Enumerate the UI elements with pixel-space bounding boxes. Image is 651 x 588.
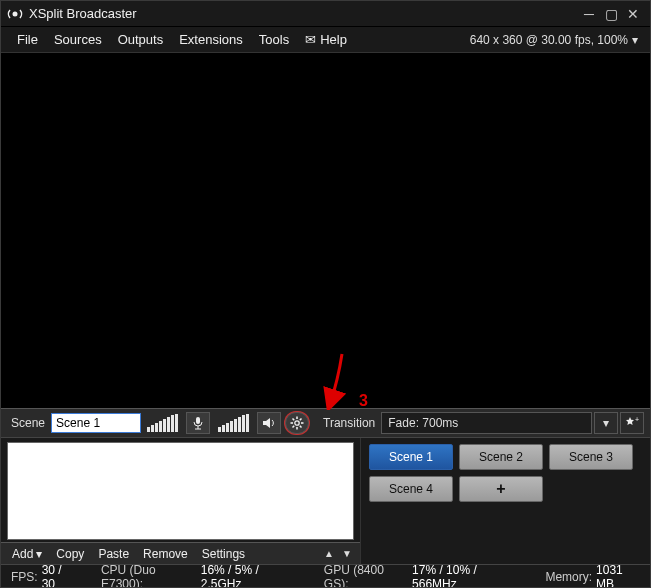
fps-label: FPS: xyxy=(11,570,38,584)
scene-label: Scene xyxy=(1,416,51,430)
mem-value: 1031 MB xyxy=(596,563,640,589)
scene-name-input[interactable] xyxy=(51,413,141,433)
scene-button-1[interactable]: Scene 1 xyxy=(369,444,453,470)
mail-icon: ✉ xyxy=(305,32,316,47)
chevron-down-icon: ▾ xyxy=(632,33,638,47)
menu-sources[interactable]: Sources xyxy=(46,28,110,51)
svg-line-12 xyxy=(293,426,295,428)
svg-line-10 xyxy=(300,426,302,428)
app-logo-icon xyxy=(7,6,23,22)
scene-button-3[interactable]: Scene 3 xyxy=(549,444,633,470)
add-scene-button[interactable]: + xyxy=(459,476,543,502)
menu-bar: File Sources Outputs Extensions Tools ✉ … xyxy=(1,27,650,53)
gpu-label: GPU (8400 GS): xyxy=(324,563,408,589)
speaker-toggle-button[interactable] xyxy=(257,412,281,434)
title-bar: XSplit Broadcaster ─ ▢ ✕ xyxy=(1,1,650,27)
svg-rect-1 xyxy=(196,417,200,424)
preview-area[interactable]: 3 xyxy=(1,53,650,408)
cpu-label: CPU (Duo E7300): xyxy=(101,563,197,589)
close-button[interactable]: ✕ xyxy=(622,6,644,22)
transition-value: Fade: 700ms xyxy=(388,416,458,430)
scene-button-2[interactable]: Scene 2 xyxy=(459,444,543,470)
mic-toggle-button[interactable] xyxy=(186,412,210,434)
source-settings-button[interactable]: Settings xyxy=(195,545,252,563)
chevron-down-icon: ▾ xyxy=(603,416,609,430)
menu-extensions[interactable]: Extensions xyxy=(171,28,251,51)
menu-file[interactable]: File xyxy=(9,28,46,51)
gear-icon xyxy=(290,416,304,430)
transition-label: Transition xyxy=(311,416,381,430)
add-source-button[interactable]: Add▾ xyxy=(5,545,49,563)
menu-help[interactable]: ✉ Help xyxy=(297,28,355,51)
controls-bar: Scene Transition Fade: 700ms ▾ + xyxy=(1,408,650,438)
window-title: XSplit Broadcaster xyxy=(29,6,578,21)
transition-select[interactable]: Fade: 700ms xyxy=(381,412,592,434)
scenes-pane: Scene 1 Scene 2 Scene 3 Scene 4 + xyxy=(361,438,650,564)
scene-button-4[interactable]: Scene 4 xyxy=(369,476,453,502)
svg-point-0 xyxy=(13,11,18,16)
chevron-down-icon: ▾ xyxy=(36,547,42,561)
svg-line-11 xyxy=(300,419,302,421)
speaker-icon xyxy=(262,417,276,429)
status-cpu: CPU (Duo E7300): 16% / 5% / 2.5GHz xyxy=(101,563,298,589)
mic-volume-meter[interactable] xyxy=(147,414,178,432)
sources-toolbar: Add▾ Copy Paste Remove Settings ▲ ▼ xyxy=(1,542,360,564)
svg-text:+: + xyxy=(635,417,639,423)
maximize-button[interactable]: ▢ xyxy=(600,6,622,22)
annotation-arrow-icon xyxy=(314,350,354,410)
add-label: Add xyxy=(12,547,33,561)
sources-pane: Add▾ Copy Paste Remove Settings ▲ ▼ xyxy=(1,438,361,564)
status-fps: FPS: 30 / 30 xyxy=(11,563,76,589)
move-up-button[interactable]: ▲ xyxy=(320,548,338,559)
copy-source-button[interactable]: Copy xyxy=(49,545,91,563)
star-plus-icon: + xyxy=(625,417,639,429)
status-gpu: GPU (8400 GS): 17% / 10% / 566MHz xyxy=(324,563,520,589)
mic-icon xyxy=(192,416,204,430)
minimize-button[interactable]: ─ xyxy=(578,6,600,22)
audio-settings-button[interactable] xyxy=(285,412,309,434)
sources-list[interactable] xyxy=(7,442,354,540)
transition-dropdown-button[interactable]: ▾ xyxy=(594,412,618,434)
fps-value: 30 / 30 xyxy=(42,563,76,589)
svg-line-9 xyxy=(293,419,295,421)
menu-tools[interactable]: Tools xyxy=(251,28,297,51)
move-down-button[interactable]: ▼ xyxy=(338,548,356,559)
gpu-value: 17% / 10% / 566MHz xyxy=(412,563,520,589)
status-bar: FPS: 30 / 30 CPU (Duo E7300): 16% / 5% /… xyxy=(1,564,650,588)
annotation-step-label: 3 xyxy=(359,392,368,410)
paste-source-button[interactable]: Paste xyxy=(91,545,136,563)
remove-source-button[interactable]: Remove xyxy=(136,545,195,563)
svg-point-4 xyxy=(295,421,299,425)
speaker-volume-meter[interactable] xyxy=(218,414,249,432)
menu-help-label: Help xyxy=(320,32,347,47)
menu-outputs[interactable]: Outputs xyxy=(110,28,172,51)
status-memory: Memory: 1031 MB xyxy=(545,563,640,589)
transition-favorite-button[interactable]: + xyxy=(620,412,644,434)
mem-label: Memory: xyxy=(545,570,592,584)
lower-panel: Add▾ Copy Paste Remove Settings ▲ ▼ Scen… xyxy=(1,438,650,564)
stream-info-dropdown[interactable]: 640 x 360 @ 30.00 fps, 100% ▾ xyxy=(466,33,642,47)
stream-info-text: 640 x 360 @ 30.00 fps, 100% xyxy=(470,33,628,47)
cpu-value: 16% / 5% / 2.5GHz xyxy=(201,563,299,589)
